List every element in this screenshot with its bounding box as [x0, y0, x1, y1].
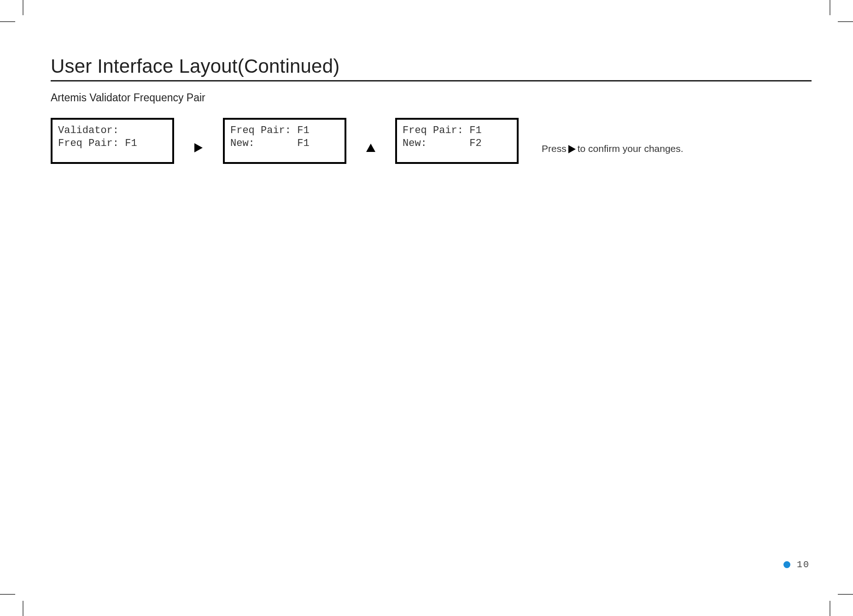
- crop-mark: [23, 601, 23, 616]
- svg-marker-0: [194, 143, 203, 152]
- page-footer: 10: [783, 559, 810, 570]
- crop-mark: [830, 0, 830, 15]
- lcd-screen-2: Freq Pair: F1 New: F1: [223, 118, 346, 164]
- page-bullet-icon: [783, 561, 790, 568]
- crop-mark: [830, 601, 830, 616]
- svg-marker-2: [568, 145, 576, 153]
- instruction-prefix: Press: [542, 143, 567, 154]
- instruction-suffix: to confirm your changes.: [578, 143, 684, 154]
- svg-marker-1: [366, 144, 375, 152]
- section-subtitle: Artemis Validator Frequency Pair: [51, 92, 812, 104]
- crop-mark: [23, 0, 23, 15]
- confirm-instruction: Press to confirm your changes.: [542, 143, 684, 154]
- crop-mark: [838, 594, 853, 595]
- crop-mark: [0, 594, 15, 595]
- page-title: User Interface Layout(Continued): [51, 55, 812, 81]
- lcd-screen-3: Freq Pair: F1 New: F2: [395, 118, 519, 164]
- lcd-screen-1: Validator: Freq Pair: F1: [51, 118, 174, 164]
- up-arrow-icon: [365, 144, 377, 152]
- right-arrow-icon: [193, 143, 204, 152]
- page-content: User Interface Layout(Continued) Artemis…: [51, 55, 812, 164]
- right-arrow-icon: [568, 143, 576, 154]
- screen-sequence-row: Validator: Freq Pair: F1 Freq Pair: F1 N…: [51, 118, 812, 164]
- page-number: 10: [797, 559, 810, 570]
- crop-mark: [0, 21, 15, 22]
- crop-mark: [838, 21, 853, 22]
